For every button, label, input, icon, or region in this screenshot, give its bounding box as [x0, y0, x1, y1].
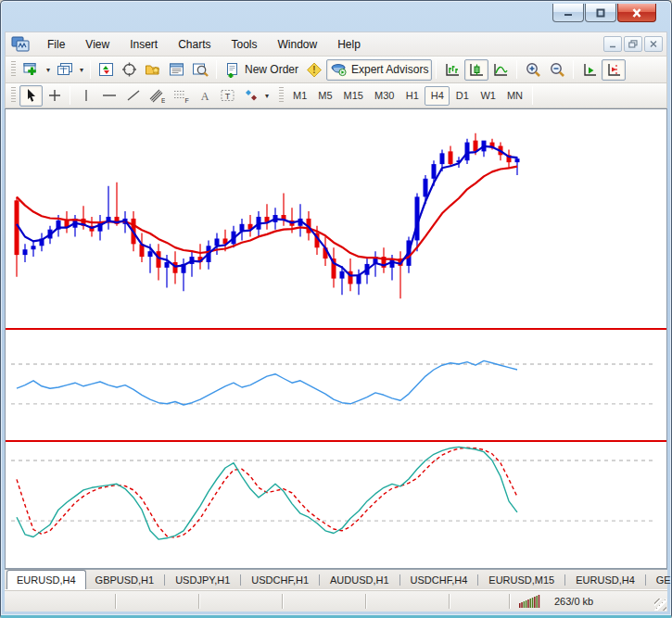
menu-item-insert[interactable]: Insert [120, 34, 168, 55]
close-button[interactable] [617, 4, 656, 22]
candlestick-mode-icon [468, 62, 485, 78]
timeframe-button-m30[interactable]: M30 [369, 86, 399, 106]
market-watch-button[interactable] [95, 59, 118, 81]
chart-window-eurusd-h4[interactable] [5, 108, 667, 569]
timeframe-button-m1[interactable]: M1 [287, 86, 312, 106]
minimize-button[interactable] [552, 4, 584, 22]
timeframe-button-mn[interactable]: MN [501, 86, 528, 106]
chart-profiles-button[interactable] [53, 59, 77, 81]
chart-tab-eurusd-h4[interactable]: EURUSD,H4 [6, 570, 86, 589]
timeframe-button-m5[interactable]: M5 [312, 86, 337, 106]
timeframe-button-w1[interactable]: W1 [475, 86, 501, 106]
timeframe-button-m15[interactable]: M15 [338, 86, 369, 106]
stochastic-indicator-pane[interactable] [6, 442, 666, 564]
metaeditor-warning-icon: ! [306, 62, 323, 78]
terminal-icon [169, 62, 184, 77]
resize-grip[interactable] [654, 599, 666, 611]
vertical-line-button[interactable] [74, 85, 97, 107]
text-label-button[interactable]: T [216, 85, 239, 107]
chart-tab-usdchf-h1[interactable]: USDCHF,H1 [242, 572, 318, 589]
text-button[interactable]: A [193, 85, 216, 107]
toolbar-grip[interactable] [11, 61, 16, 78]
timeframe-button-h1[interactable]: H1 [399, 86, 425, 106]
chart-tab-eurusd-h4[interactable]: EURUSD,H4 [566, 572, 644, 589]
terminal-button[interactable] [165, 59, 188, 81]
menu-item-charts[interactable]: Charts [168, 34, 221, 55]
metaeditor-warning-button[interactable]: ! [302, 59, 326, 81]
trendline-button[interactable] [121, 85, 145, 107]
chart-tab-eurusd-m15[interactable]: EURUSD,M15 [479, 572, 564, 589]
bar-chart-mode-icon [444, 62, 461, 78]
status-cell [199, 594, 283, 609]
menu-bar: FileViewInsertChartsToolsWindowHelp [5, 32, 667, 57]
toolbar-grip[interactable] [279, 87, 284, 104]
chart-profiles-dropdown-icon[interactable]: ▾ [77, 59, 86, 81]
zoom-out-icon [549, 62, 565, 78]
svg-text:F: F [185, 97, 189, 104]
new-chart-button[interactable] [19, 59, 44, 81]
menu-item-tools[interactable]: Tools [222, 34, 268, 55]
chart-tab-usdjpy-h1[interactable]: USDJPY,H1 [166, 572, 239, 589]
cursor-icon [24, 88, 39, 103]
crosshair-button[interactable] [43, 85, 66, 107]
app-icon [11, 36, 30, 52]
new-order-button[interactable]: New Order [221, 59, 302, 81]
chart-tab-gbpusd-h1[interactable]: GBPUSD,H1 [86, 572, 164, 589]
expert-advisors-button[interactable]: Expert Advisors [326, 59, 432, 81]
fibonacci-retracement-icon: F [172, 88, 189, 104]
bar-chart-mode-button[interactable] [440, 59, 464, 81]
chart-shift-button[interactable] [602, 59, 626, 81]
chart-tab-ge[interactable]: GE [647, 572, 672, 589]
trendline-icon [126, 88, 141, 103]
status-cell [5, 594, 116, 609]
title-bar[interactable] [5, 1, 667, 32]
main-chart-pane[interactable] [6, 109, 666, 328]
maximize-button[interactable] [585, 4, 616, 22]
chart-shift-icon [605, 62, 622, 78]
crosshair-icon [47, 88, 62, 103]
mdi-minimize-button[interactable] [603, 36, 622, 52]
auto-scroll-button[interactable] [577, 59, 602, 81]
menu-item-file[interactable]: File [37, 34, 75, 55]
chart-tab-audusd-h1[interactable]: AUDUSD,H1 [321, 572, 399, 589]
expert-advisors-label: Expert Advisors [351, 63, 428, 76]
toolbar-grip[interactable] [11, 87, 16, 104]
cursor-button[interactable] [19, 85, 43, 107]
text-label-icon: T [220, 88, 235, 103]
strategy-tester-button[interactable] [188, 59, 212, 81]
data-window-icon [121, 62, 137, 77]
mdi-close-button[interactable] [644, 36, 663, 52]
horizontal-line-button[interactable] [97, 85, 121, 107]
line-chart-mode-icon [492, 62, 509, 78]
zoom-in-button[interactable] [521, 59, 545, 81]
timeframe-button-h4[interactable]: H4 [425, 86, 450, 106]
mdi-restore-button[interactable] [624, 36, 642, 52]
new-order-label: New Order [245, 63, 298, 76]
line-chart-mode-button[interactable] [488, 59, 513, 81]
new-order-icon [224, 62, 241, 78]
timeframe-button-d1[interactable]: D1 [450, 86, 475, 106]
fibonacci-retracement-button[interactable]: F [169, 85, 193, 107]
data-window-button[interactable] [118, 59, 141, 81]
menu-item-view[interactable]: View [75, 34, 120, 55]
chart-tab-usdchf-h4[interactable]: USDCHF,H4 [401, 572, 477, 589]
zoom-out-button[interactable] [545, 59, 569, 81]
market-watch-icon [98, 62, 114, 77]
toolbar-separator [436, 60, 437, 79]
tab-divider [645, 574, 646, 586]
candlestick-mode-button[interactable] [464, 59, 488, 81]
arrows-tool-dropdown-icon[interactable]: ▾ [262, 85, 272, 107]
svg-text:A: A [200, 90, 209, 103]
tab-divider [564, 574, 565, 586]
status-cell [116, 594, 199, 609]
navigator-button[interactable] [141, 59, 165, 81]
arrows-tool-button[interactable] [239, 85, 262, 107]
svg-text:T: T [225, 92, 231, 101]
menu-item-help[interactable]: Help [327, 34, 371, 55]
new-chart-dropdown-icon[interactable]: ▾ [44, 59, 53, 81]
application-window: FileViewInsertChartsToolsWindowHelp ▾▾Ne… [0, 0, 672, 618]
rsi-indicator-pane[interactable] [6, 330, 666, 440]
auto-scroll-icon [581, 62, 598, 78]
equidistant-channel-button[interactable]: E [145, 85, 169, 107]
menu-item-window[interactable]: Window [268, 34, 328, 55]
